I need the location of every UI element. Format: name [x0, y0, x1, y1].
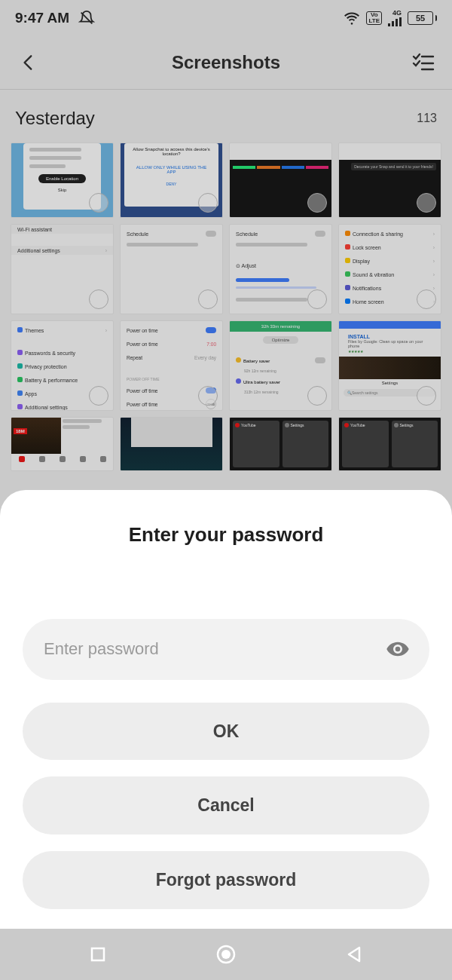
thumbnail[interactable]	[120, 417, 223, 471]
section-header: Yesterday 113	[0, 90, 452, 142]
status-bar: 9:47 AM Vo LTE 4G 55	[0, 0, 452, 36]
wifi-icon	[344, 10, 360, 26]
thumbnail[interactable]: Schedule	[120, 224, 223, 314]
thumbnail[interactable]	[229, 142, 332, 218]
dnd-icon	[78, 10, 95, 26]
password-sheet: Enter your password OK Cancel Forgot pas…	[0, 490, 452, 929]
forgot-password-button[interactable]: Forgot password	[23, 851, 429, 909]
thumbnail[interactable]: Themes› Passwords & security Privacy pro…	[11, 320, 114, 411]
thumbnail[interactable]: Connection & sharing› Lock screen› Displ…	[338, 224, 441, 314]
signal-icon: 4G	[388, 10, 402, 26]
system-navbar	[0, 929, 452, 980]
svg-rect-2	[396, 19, 398, 26]
password-field-wrapper	[23, 619, 429, 680]
thumbnail-grid: Enable Location Skip Allow Snapchat to a…	[0, 142, 452, 471]
back-nav-button[interactable]	[324, 939, 384, 969]
selection-ring[interactable]	[307, 289, 327, 309]
thumbnail[interactable]: Allow Snapchat to access this device's l…	[120, 142, 223, 218]
svg-rect-0	[388, 23, 390, 26]
select-all-button[interactable]	[408, 47, 438, 78]
selection-ring[interactable]	[417, 386, 436, 406]
ok-button[interactable]: OK	[23, 703, 429, 761]
selection-ring[interactable]	[89, 386, 108, 406]
selection-ring[interactable]	[198, 193, 218, 213]
sheet-title: Enter your password	[23, 523, 429, 547]
square-icon	[90, 947, 105, 962]
triangle-back-icon	[347, 946, 362, 963]
svg-rect-1	[392, 21, 394, 26]
thumbnail[interactable]: 18M	[11, 417, 114, 471]
toggle-visibility-button[interactable]	[384, 635, 411, 663]
thumbnail[interactable]: Wi-Fi assistant Additional settings›	[11, 224, 114, 314]
selection-ring[interactable]	[198, 386, 218, 406]
circle-icon	[215, 944, 237, 965]
password-input[interactable]	[44, 639, 384, 659]
svg-rect-7	[92, 948, 104, 960]
app-header: Screenshots	[0, 36, 452, 89]
selection-ring[interactable]	[89, 193, 108, 213]
selection-ring[interactable]	[417, 289, 436, 309]
selection-ring[interactable]	[307, 193, 327, 213]
status-time: 9:47 AM	[15, 10, 69, 26]
thumbnail[interactable]: YouTube Settings	[229, 417, 332, 471]
recent-apps-button[interactable]	[68, 939, 128, 969]
svg-point-9	[221, 950, 231, 959]
thumbnail[interactable]: 32h 33m remaining Optimize Battery saver…	[229, 320, 332, 411]
page-title: Screenshots	[44, 52, 408, 73]
selection-ring[interactable]	[89, 289, 108, 309]
thumbnail[interactable]: Enable Location Skip	[11, 142, 114, 218]
thumbnail[interactable]: INSTALL Files by Google: Clean up space …	[338, 320, 441, 411]
cancel-button[interactable]: Cancel	[23, 776, 429, 835]
thumbnail[interactable]: Schedule ⊙ Adjust	[229, 224, 332, 314]
eye-icon	[386, 637, 410, 661]
volte-icon: Vo LTE	[366, 11, 382, 25]
selection-ring[interactable]	[307, 386, 327, 406]
section-count: 113	[417, 112, 437, 125]
selection-ring[interactable]	[417, 193, 436, 213]
svg-rect-3	[399, 17, 402, 26]
section-title: Yesterday	[15, 108, 95, 129]
home-button[interactable]	[196, 939, 256, 969]
selection-ring[interactable]	[198, 289, 218, 309]
back-button[interactable]	[14, 47, 44, 78]
battery-icon: 55	[408, 11, 437, 25]
thumbnail[interactable]: Power on time Power on time7:00 RepeatEv…	[120, 320, 223, 411]
thumbnail[interactable]: Decorate your Snap and send it to your f…	[338, 142, 441, 218]
thumbnail[interactable]: YouTube Settings	[338, 417, 441, 471]
